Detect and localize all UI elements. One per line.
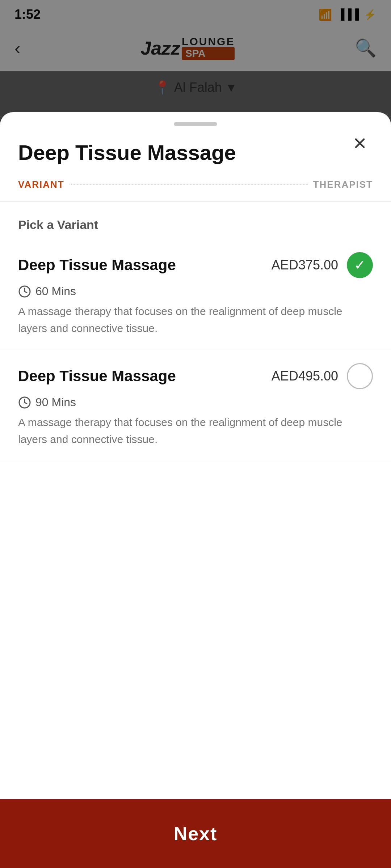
close-button[interactable] [347,130,373,156]
variant-selection-modal: Deep Tissue Massage VARIANT THERAPIST Pi… [0,112,391,868]
variant-2-name: Deep Tissue Massage [18,367,176,385]
checkmark-icon: ✓ [354,258,366,272]
variant-2-duration: 90 Mins [35,396,76,409]
variant-1-duration: 60 Mins [35,285,76,298]
modal-title: Deep Tissue Massage [0,129,391,165]
variant-2-description: A massage therapy that focuses on the re… [18,414,373,448]
variant-1-selected-indicator: ✓ [347,252,373,278]
clock-icon-1 [18,285,31,298]
variant-2-price: AED495.00 [272,369,338,384]
variant-2-duration-row: 90 Mins [18,396,373,409]
variant-item-1[interactable]: Deep Tissue Massage AED375.00 ✓ 60 Mins … [0,239,391,350]
variant-2-price-row: AED495.00 [272,363,373,389]
variant-item-2[interactable]: Deep Tissue Massage AED495.00 90 Mins A … [0,350,391,461]
variant-2-radio-indicator [347,363,373,389]
variant-1-price: AED375.00 [272,258,338,273]
step-variant-label: VARIANT [18,179,64,190]
variant-1-description: A massage therapy that focuses on the re… [18,303,373,337]
next-button[interactable]: Next [0,799,391,868]
clock-icon-2 [18,396,31,409]
pick-variant-label: Pick a Variant [0,202,391,239]
variant-1-name: Deep Tissue Massage [18,256,176,274]
variant-1-duration-row: 60 Mins [18,285,373,298]
close-icon [352,135,368,151]
steps-indicator: VARIANT THERAPIST [0,165,391,190]
next-button-label: Next [174,823,218,844]
variant-1-price-row: AED375.00 ✓ [272,252,373,278]
sheet-handle [174,122,217,126]
step-dots [70,184,308,184]
step-therapist-label: THERAPIST [313,179,373,190]
